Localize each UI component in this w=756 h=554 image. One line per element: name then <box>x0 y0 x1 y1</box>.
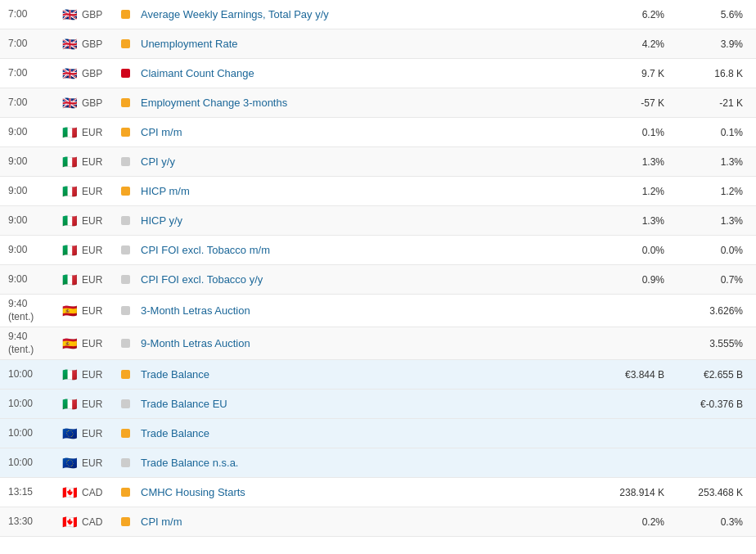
gb-flag-icon <box>62 66 78 81</box>
importance-cell <box>116 69 134 78</box>
currency-cell: CAD <box>82 487 116 498</box>
it-flag-icon <box>62 243 78 258</box>
time-cell: 10:00 <box>0 427 57 440</box>
time-cell: 10:00 <box>0 368 57 381</box>
ca-flag-icon <box>62 485 78 500</box>
it-flag-icon <box>62 155 78 169</box>
event-cell[interactable]: CPI m/m <box>134 126 592 138</box>
flag-cell <box>57 184 82 199</box>
forecast-cell: 1.2% <box>674 186 756 197</box>
importance-cell <box>116 216 134 225</box>
currency-cell: EUR <box>82 428 116 439</box>
currency-cell: EUR <box>82 215 116 227</box>
event-cell[interactable]: Trade Balance n.s.a. <box>134 457 592 469</box>
flag-cell <box>57 304 82 318</box>
time-cell: 9:00 <box>0 273 57 286</box>
event-cell[interactable]: Trade Balance <box>134 427 592 439</box>
importance-cell <box>116 399 134 408</box>
importance-indicator <box>121 429 130 438</box>
currency-cell: EUR <box>82 245 116 256</box>
time-cell: 13:15 <box>0 486 57 499</box>
importance-indicator <box>121 399 130 408</box>
event-cell[interactable]: HICP y/y <box>134 214 592 227</box>
forecast-cell: 0.0% <box>674 245 756 256</box>
event-cell[interactable]: CPI y/y <box>134 155 592 168</box>
event-cell[interactable]: Unemployment Rate <box>134 38 592 50</box>
forecast-cell: 5.6% <box>674 9 756 20</box>
importance-cell <box>116 187 134 196</box>
actual-cell: -57 K <box>592 97 674 109</box>
gb-flag-icon <box>62 96 78 110</box>
actual-cell: 0.1% <box>592 127 674 138</box>
forecast-cell: -21 K <box>674 97 756 109</box>
currency-cell: EUR <box>82 457 116 469</box>
importance-cell <box>116 275 134 284</box>
time-cell: 9:40 (tent.) <box>0 331 57 356</box>
event-cell[interactable]: 9-Month Letras Auction <box>134 337 592 349</box>
time-cell: 7:00 <box>0 97 57 110</box>
event-cell[interactable]: CPI FOI excl. Tobacco m/m <box>134 244 592 256</box>
flag-cell <box>57 426 82 441</box>
flag-cell <box>57 7 82 22</box>
event-cell[interactable]: Trade Balance <box>134 368 592 381</box>
eu-flag-icon <box>62 456 78 471</box>
it-flag-icon <box>62 184 78 199</box>
es-flag-icon <box>62 336 78 351</box>
forecast-cell: €2.655 B <box>674 369 756 381</box>
time-cell: 9:00 <box>0 185 57 198</box>
importance-indicator <box>121 69 130 78</box>
currency-cell: EUR <box>82 369 116 381</box>
forecast-cell: 253.468 K <box>674 487 756 498</box>
event-cell[interactable]: Average Weekly Earnings, Total Pay y/y <box>134 8 592 20</box>
importance-cell <box>116 488 134 497</box>
es-flag-icon <box>62 304 78 318</box>
importance-indicator <box>121 39 130 48</box>
event-cell[interactable]: CPI FOI excl. Tobacco y/y <box>134 273 592 286</box>
event-cell[interactable]: CPI m/m <box>134 516 592 528</box>
it-flag-icon <box>62 125 78 140</box>
importance-indicator <box>121 187 130 196</box>
event-cell[interactable]: Trade Balance EU <box>134 398 592 410</box>
currency-cell: EUR <box>82 156 116 168</box>
currency-cell: EUR <box>82 186 116 197</box>
eu-flag-icon <box>62 426 78 441</box>
event-cell[interactable]: CMHC Housing Starts <box>134 486 592 498</box>
actual-cell: 1.3% <box>592 156 674 168</box>
event-cell[interactable]: 3-Month Letras Auction <box>134 304 592 317</box>
forecast-cell: 3.555% <box>674 338 756 349</box>
importance-indicator <box>121 339 130 348</box>
event-cell[interactable]: Employment Change 3-months <box>134 97 592 109</box>
importance-indicator <box>121 370 130 379</box>
flag-cell <box>57 96 82 110</box>
actual-cell: 4.2% <box>592 38 674 50</box>
forecast-cell: 0.1% <box>674 127 756 138</box>
event-cell[interactable]: Claimant Count Change <box>134 67 592 79</box>
importance-cell <box>116 10 134 19</box>
actual-cell: 0.0% <box>592 245 674 256</box>
table-row: 10:00EURTrade Balance n.s.a. <box>0 448 756 478</box>
importance-cell <box>116 517 134 526</box>
currency-cell: GBP <box>82 9 116 20</box>
event-cell[interactable]: HICP m/m <box>134 185 592 197</box>
forecast-cell: 0.3% <box>674 516 756 528</box>
time-cell: 9:40 (tent.) <box>0 298 57 323</box>
currency-cell: CAD <box>82 516 116 528</box>
ca-flag-icon <box>62 515 78 529</box>
importance-indicator <box>121 10 130 19</box>
table-row: 9:00EURCPI m/m0.1%0.1% <box>0 118 756 147</box>
importance-indicator <box>121 488 130 497</box>
actual-cell: 6.2% <box>592 9 674 20</box>
forecast-cell: €-0.376 B <box>674 399 756 410</box>
it-flag-icon <box>62 214 78 228</box>
importance-cell <box>116 157 134 166</box>
actual-cell: 0.2% <box>592 516 674 528</box>
flag-cell <box>57 243 82 258</box>
table-row: 7:00GBPUnemployment Rate4.2%3.9% <box>0 29 756 59</box>
table-row: 7:00GBPClaimant Count Change9.7 K16.8 K <box>0 59 756 88</box>
forecast-cell: 3.626% <box>674 305 756 317</box>
importance-cell <box>116 128 134 137</box>
table-row: 9:00EURHICP m/m1.2%1.2% <box>0 177 756 206</box>
flag-cell <box>57 367 82 382</box>
gb-flag-icon <box>62 37 78 52</box>
importance-indicator <box>121 245 130 254</box>
